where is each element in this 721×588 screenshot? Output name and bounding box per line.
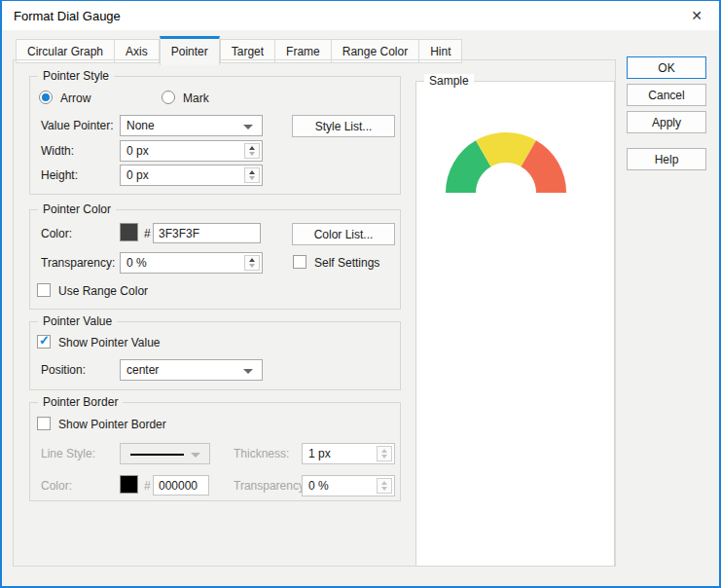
ok-button[interactable]: OK bbox=[627, 56, 706, 79]
help-button[interactable]: Help bbox=[627, 148, 706, 170]
cancel-button[interactable]: Cancel bbox=[627, 84, 706, 106]
format-dial-gauge-dialog: Format Dial Gauge ✕ Circular Graph Axis … bbox=[0, 0, 721, 588]
pointer-value-group: Pointer Value bbox=[29, 321, 401, 390]
pointer-value-group-title: Pointer Value bbox=[38, 314, 117, 328]
pointer-border-group-title: Pointer Border bbox=[38, 395, 123, 409]
sample-group: Sample bbox=[415, 81, 615, 567]
pointer-border-group: Pointer Border bbox=[29, 402, 401, 501]
pointer-style-group-title: Pointer Style bbox=[38, 69, 114, 83]
tab-pointer[interactable]: Pointer bbox=[160, 36, 220, 65]
pointer-color-group: Pointer Color bbox=[29, 209, 401, 310]
pointer-style-group: Pointer Style bbox=[29, 76, 401, 195]
pointer-color-group-title: Pointer Color bbox=[38, 202, 116, 216]
dial-gauge-preview bbox=[446, 132, 566, 193]
sample-group-title: Sample bbox=[424, 74, 474, 88]
close-icon[interactable]: ✕ bbox=[682, 4, 711, 27]
dialog-title: Format Dial Gauge bbox=[14, 9, 121, 23]
apply-button[interactable]: Apply bbox=[627, 111, 706, 133]
title-bar: Format Dial Gauge ✕ bbox=[2, 1, 719, 30]
